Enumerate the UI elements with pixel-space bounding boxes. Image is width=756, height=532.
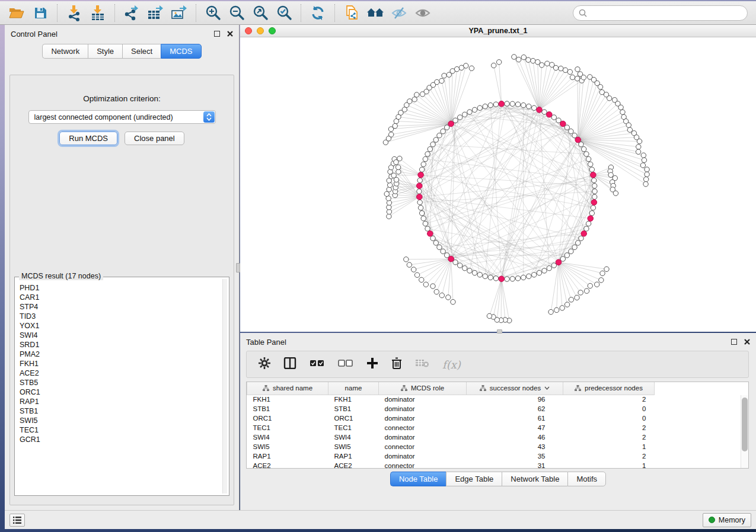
table-row[interactable]: SWI5SWI5connector431 xyxy=(247,442,749,451)
table-row[interactable]: ORC1ORC1dominator610 xyxy=(247,414,749,423)
export-table-icon[interactable] xyxy=(143,3,167,23)
function-builder-icon[interactable]: f(x) xyxy=(442,358,461,371)
column-header-mcds-role[interactable]: MCDS role xyxy=(379,382,467,395)
float-panel-icon[interactable] xyxy=(731,339,737,345)
table-row[interactable]: FKH1FKH1dominator962 xyxy=(247,395,749,404)
network-canvas[interactable] xyxy=(240,37,756,332)
table-cell[interactable]: 0 xyxy=(563,404,655,414)
mcds-result-list[interactable]: PHD1CAR1STP4TID3YOX1SWI4SRD1PMA2FKH1ACE2… xyxy=(17,279,222,493)
close-panel-icon[interactable] xyxy=(744,339,750,345)
tab-mcds[interactable]: MCDS xyxy=(161,44,201,59)
table-cell[interactable]: connector xyxy=(379,423,467,432)
settings-gear-icon[interactable] xyxy=(259,357,270,371)
save-icon[interactable] xyxy=(28,3,52,23)
column-header-shared-name[interactable]: shared name xyxy=(247,382,328,395)
select-all-icon[interactable] xyxy=(310,359,325,370)
import-network-icon[interactable] xyxy=(62,3,86,23)
table-row[interactable]: TEC1TEC1connector472 xyxy=(247,423,749,432)
tab-style[interactable]: Style xyxy=(88,44,122,59)
vertical-splitter-handle[interactable] xyxy=(236,263,240,273)
tab-network[interactable]: Network xyxy=(42,44,88,59)
export-network-icon[interactable] xyxy=(120,3,143,23)
mcds-result-item[interactable]: STP4 xyxy=(17,302,222,312)
table-cell[interactable]: 61 xyxy=(467,414,563,423)
delete-table-icon[interactable] xyxy=(415,358,429,370)
table-cell[interactable]: 43 xyxy=(467,442,563,451)
table-cell[interactable]: SWI4 xyxy=(247,432,328,442)
horizontal-splitter-handle[interactable] xyxy=(497,329,502,334)
table-cell[interactable]: 2 xyxy=(563,395,655,404)
run-mcds-button[interactable]: Run MCDS xyxy=(59,132,117,145)
column-chooser-icon[interactable] xyxy=(283,357,296,371)
task-history-button[interactable] xyxy=(9,514,25,527)
zoom-fit-icon[interactable] xyxy=(248,3,272,23)
deselect-all-icon[interactable] xyxy=(338,359,353,370)
refresh-icon[interactable] xyxy=(306,3,330,23)
table-cell[interactable]: dominator xyxy=(379,404,467,414)
mcds-result-item[interactable]: PMA2 xyxy=(17,350,222,359)
table-row[interactable]: ACE2ACE2connector311 xyxy=(247,461,749,469)
delete-column-icon[interactable] xyxy=(391,357,402,372)
tab-motifs[interactable]: Motifs xyxy=(567,472,606,486)
zoom-in-icon[interactable] xyxy=(201,3,225,23)
table-cell[interactable]: dominator xyxy=(379,414,467,423)
zoom-out-icon[interactable] xyxy=(225,3,248,23)
table-cell[interactable]: SWI4 xyxy=(328,432,379,442)
table-cell[interactable]: 0 xyxy=(563,414,655,423)
table-scrollbar[interactable] xyxy=(741,395,748,468)
tab-select[interactable]: Select xyxy=(122,44,161,59)
mcds-result-item[interactable]: PHD1 xyxy=(17,283,222,293)
table-cell[interactable]: ORC1 xyxy=(247,414,328,423)
table-cell[interactable]: 47 xyxy=(467,423,563,432)
table-cell[interactable]: 2 xyxy=(563,432,655,442)
table-row[interactable]: STB1STB1dominator620 xyxy=(247,404,749,414)
import-table-icon[interactable] xyxy=(86,3,110,23)
table-cell[interactable]: FKH1 xyxy=(247,395,328,404)
export-image-icon[interactable] xyxy=(167,3,191,23)
mcds-result-item[interactable]: SWI5 xyxy=(17,416,222,425)
close-panel-button[interactable]: Close panel xyxy=(125,132,184,145)
table-cell[interactable]: 96 xyxy=(467,395,563,404)
zoom-selected-icon[interactable] xyxy=(272,3,296,23)
show-all-icon[interactable] xyxy=(411,3,435,23)
table-cell[interactable]: SWI5 xyxy=(247,442,328,451)
table-cell[interactable]: 31 xyxy=(467,461,563,469)
mcds-result-item[interactable]: FKH1 xyxy=(17,359,222,368)
table-cell[interactable]: 1 xyxy=(563,442,655,451)
tab-node-table[interactable]: Node Table xyxy=(390,472,446,486)
mcds-result-item[interactable]: SRD1 xyxy=(17,340,222,350)
table-cell[interactable]: 62 xyxy=(467,404,563,414)
table-cell[interactable]: RAP1 xyxy=(247,451,328,461)
network-window-titlebar[interactable]: YPA_prune.txt_1 xyxy=(240,25,756,37)
mcds-list-scrollbar[interactable] xyxy=(222,279,227,493)
table-cell[interactable]: dominator xyxy=(379,432,467,442)
table-cell[interactable]: ACE2 xyxy=(247,461,328,469)
close-panel-icon[interactable] xyxy=(227,31,233,37)
table-cell[interactable]: SWI5 xyxy=(328,442,379,451)
mcds-result-item[interactable]: STB1 xyxy=(17,406,222,416)
table-cell[interactable]: 1 xyxy=(563,461,655,469)
table-cell[interactable]: TEC1 xyxy=(328,423,379,432)
clone-network-icon[interactable] xyxy=(340,3,363,23)
table-cell[interactable]: 46 xyxy=(467,432,563,442)
table-cell[interactable]: 2 xyxy=(563,423,655,432)
table-row[interactable]: RAP1RAP1dominator352 xyxy=(247,451,749,461)
table-row[interactable]: SWI4SWI4dominator462 xyxy=(247,432,749,442)
table-cell[interactable]: 2 xyxy=(563,451,655,461)
column-header-predecessor-nodes[interactable]: predecessor nodes xyxy=(563,382,655,395)
mcds-result-item[interactable]: CAR1 xyxy=(17,293,222,302)
add-column-icon[interactable] xyxy=(366,357,378,371)
mcds-result-item[interactable]: RAP1 xyxy=(17,397,222,406)
tab-network-table[interactable]: Network Table xyxy=(502,472,567,486)
table-cell[interactable]: 35 xyxy=(467,451,563,461)
table-cell[interactable]: STB1 xyxy=(328,404,379,414)
table-cell[interactable]: ACE2 xyxy=(328,461,379,469)
mcds-result-item[interactable]: GCR1 xyxy=(17,435,222,444)
open-file-icon[interactable] xyxy=(5,3,28,23)
table-cell[interactable]: RAP1 xyxy=(328,451,379,461)
column-header-name[interactable]: name xyxy=(328,382,379,395)
mcds-result-item[interactable]: STB5 xyxy=(17,378,222,387)
table-cell[interactable]: TEC1 xyxy=(247,423,328,432)
optimization-criterion-select[interactable]: largest connected component (undirected) xyxy=(28,110,216,124)
tab-edge-table[interactable]: Edge Table xyxy=(446,472,502,486)
